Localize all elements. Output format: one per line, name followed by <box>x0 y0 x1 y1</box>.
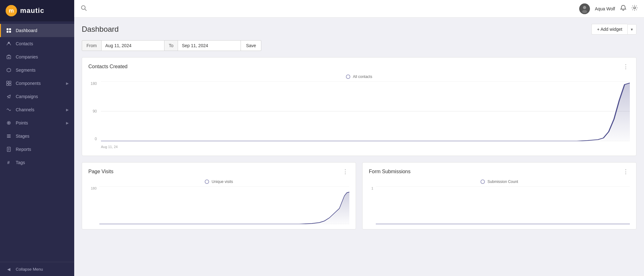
page-visits-chart: 180 <box>88 186 349 224</box>
to-label: To <box>164 40 178 51</box>
page-visits-legend: Unique visits <box>88 179 349 184</box>
svg-rect-3 <box>9 28 11 30</box>
sidebar-item-points-label: Points <box>16 120 28 125</box>
components-icon <box>6 80 12 86</box>
sidebar-item-campaigns-label: Campaigns <box>16 94 38 99</box>
form-submissions-widget: Form Submissions ⋮ Submission Count 1 <box>362 162 636 229</box>
unique-visits-legend-circle <box>205 179 209 184</box>
sidebar-item-components[interactable]: Components ▶ <box>0 77 74 90</box>
sidebar-item-stages[interactable]: Stages <box>0 130 74 143</box>
page-visits-svg <box>99 186 349 224</box>
svg-rect-13 <box>7 84 8 86</box>
companies-icon <box>6 54 12 60</box>
svg-rect-2 <box>7 28 8 30</box>
contacts-created-widget: Contacts Created ⋮ All contacts 180 90 0 <box>82 57 636 156</box>
from-date-input[interactable] <box>102 40 164 51</box>
sidebar-item-reports[interactable]: Reports <box>0 143 74 156</box>
add-widget-button[interactable]: + Add widget <box>591 24 627 35</box>
channels-chevron-icon: ▶ <box>66 108 69 112</box>
svg-rect-11 <box>7 81 8 83</box>
topbar: Aqua Wolf <box>74 0 644 18</box>
svg-line-27 <box>85 9 86 11</box>
svg-rect-18 <box>7 135 11 135</box>
tags-icon: # <box>6 159 12 166</box>
logo-text: mautic <box>20 7 44 15</box>
to-date-input[interactable] <box>178 40 241 51</box>
contacts-created-x-label: Aug 11, 24 <box>101 145 118 149</box>
svg-rect-12 <box>9 81 11 83</box>
sidebar-logo: m mautic <box>0 0 74 21</box>
page-visits-header: Page Visits ⋮ <box>88 168 349 176</box>
sidebar-item-companies[interactable]: Companies <box>0 50 74 63</box>
form-submissions-legend: Submission Count <box>369 179 630 184</box>
contacts-created-legend: All contacts <box>88 75 630 79</box>
stages-icon <box>6 133 12 139</box>
contacts-created-title: Contacts Created <box>88 64 128 69</box>
channels-icon <box>6 107 12 113</box>
reports-icon <box>6 146 12 152</box>
submission-count-legend-label: Submission Count <box>487 179 518 184</box>
sidebar: m mautic Dashboard C <box>0 0 74 276</box>
sidebar-item-dashboard-label: Dashboard <box>16 28 37 33</box>
search-icon[interactable] <box>80 5 87 13</box>
user-avatar[interactable] <box>579 3 590 14</box>
add-widget-dropdown-button[interactable]: ▾ <box>627 24 636 35</box>
svg-rect-4 <box>7 31 8 33</box>
main-content: Aqua Wolf Dashboard + Add widget ▾ Fro <box>74 0 644 276</box>
sidebar-item-points[interactable]: Points ▶ <box>0 116 74 130</box>
collapse-menu-label: Collapse Menu <box>16 267 43 272</box>
sidebar-item-channels-label: Channels <box>16 107 34 112</box>
page-visits-chart-area <box>99 186 349 224</box>
collapse-icon: ◀ <box>6 266 12 272</box>
collapse-menu-button[interactable]: ◀ Collapse Menu <box>0 262 74 276</box>
svg-line-15 <box>8 97 8 98</box>
sidebar-item-dashboard[interactable]: Dashboard <box>0 24 74 37</box>
svg-point-29 <box>583 6 586 9</box>
form-submissions-title: Form Submissions <box>369 169 410 174</box>
components-chevron-icon: ▶ <box>66 81 69 86</box>
contacts-created-svg <box>101 81 630 141</box>
form-submissions-menu-button[interactable]: ⋮ <box>622 168 630 176</box>
y-label-90: 90 <box>88 109 99 113</box>
form-submissions-svg <box>376 186 630 224</box>
y-label-0: 0 <box>88 137 99 141</box>
sidebar-item-tags[interactable]: # Tags <box>0 156 74 169</box>
content-area: Dashboard + Add widget ▾ From To Save Co… <box>74 18 644 276</box>
contacts-created-menu-button[interactable]: ⋮ <box>622 63 630 71</box>
page-visits-title: Page Visits <box>88 169 114 174</box>
username-label[interactable]: Aqua Wolf <box>595 6 615 11</box>
dashboard-icon <box>6 27 12 34</box>
form-submissions-chart: 1 <box>369 186 630 224</box>
save-date-button[interactable]: Save <box>241 40 261 51</box>
sidebar-nav: Dashboard Contacts Companies <box>0 21 74 262</box>
sidebar-item-campaigns[interactable]: Campaigns <box>0 90 74 103</box>
from-label: From <box>82 40 102 51</box>
sidebar-item-reports-label: Reports <box>16 147 31 152</box>
sidebar-item-segments-label: Segments <box>16 68 36 73</box>
contacts-created-y-axis: 180 90 0 <box>88 81 99 141</box>
sidebar-item-components-label: Components <box>16 81 41 86</box>
svg-rect-14 <box>9 84 11 86</box>
page-visits-widget: Page Visits ⋮ Unique visits 180 <box>82 162 356 229</box>
page-header: Dashboard + Add widget ▾ <box>82 24 636 35</box>
page-visits-y-180: 180 <box>88 186 98 190</box>
svg-rect-5 <box>9 31 11 33</box>
contacts-created-chart: 180 90 0 <box>88 81 630 151</box>
all-contacts-legend-label: All contacts <box>353 75 372 79</box>
submission-count-legend-circle <box>480 179 485 184</box>
unique-visits-legend-label: Unique visits <box>212 179 233 184</box>
points-icon <box>6 120 12 126</box>
form-submissions-chart-area <box>376 186 630 224</box>
segments-icon <box>6 67 12 73</box>
notifications-icon[interactable] <box>620 5 626 13</box>
svg-text:m: m <box>9 8 14 14</box>
page-title: Dashboard <box>82 25 119 34</box>
settings-icon[interactable] <box>631 5 638 13</box>
points-chevron-icon: ▶ <box>66 121 69 125</box>
sidebar-item-contacts[interactable]: Contacts <box>0 37 74 50</box>
y-label-180: 180 <box>88 81 99 86</box>
sidebar-item-channels[interactable]: Channels ▶ <box>0 103 74 116</box>
svg-rect-19 <box>7 136 11 136</box>
page-visits-menu-button[interactable]: ⋮ <box>341 168 349 176</box>
sidebar-item-segments[interactable]: Segments <box>0 63 74 77</box>
